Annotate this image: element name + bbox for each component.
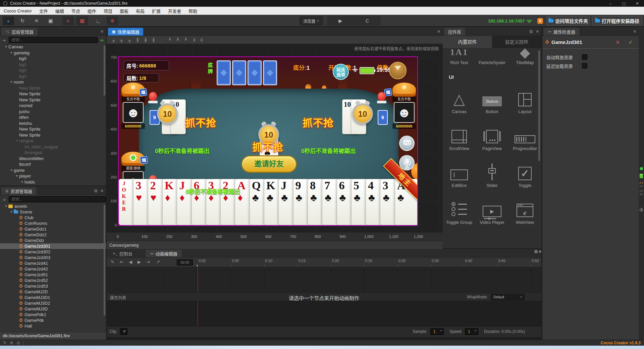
panel-menu-icon[interactable]: ≡ xyxy=(633,29,636,34)
tree-item-lbrangpai[interactable]: lbrangpai xyxy=(0,150,106,156)
playhead-marker[interactable]: ▼ xyxy=(196,264,199,267)
tree-item-gamejzd301[interactable]: GameJzd301 xyxy=(0,243,106,249)
target-icon[interactable] xyxy=(640,208,643,211)
edit-anim-icon[interactable]: ✎ xyxy=(111,259,114,264)
library-item-pageview[interactable]: PageView xyxy=(476,124,508,151)
tree-item-gamejzd303[interactable]: GameJzd303 xyxy=(0,255,106,260)
scale-tool-button[interactable]: ✕ xyxy=(31,16,42,25)
menu-item-4[interactable]: 组件 xyxy=(84,8,100,14)
tree-item-new-sprite[interactable]: New Sprite xyxy=(0,126,106,132)
assets-search-input[interactable] xyxy=(9,196,106,202)
library-item-richtext[interactable]: 1A1Rich Text xyxy=(443,48,476,65)
invite-friends-button[interactable]: 邀请好友 xyxy=(242,156,296,172)
menu-item-1[interactable]: 文件 xyxy=(36,8,52,14)
align-top-icon[interactable]: ╓ xyxy=(110,38,117,42)
scene-canvas[interactable]: 使用鼠标右键平移视窗焦点，使用滚轮缩放视图 700600500400300200… xyxy=(107,44,443,232)
export-anim-icon[interactable]: ↗ xyxy=(156,259,160,264)
tree-item-titleconfdifen[interactable]: titleconfdifen xyxy=(0,156,106,162)
menu-item-7[interactable]: 布局 xyxy=(132,8,148,14)
chat-button[interactable] xyxy=(399,136,415,151)
popout-icon[interactable]: ⧉ xyxy=(534,249,537,254)
tree-item-new-sprite[interactable]: New Sprite xyxy=(0,132,106,138)
tree-item-room[interactable]: ▼room xyxy=(0,79,106,85)
add-node-button[interactable]: + xyxy=(0,37,9,43)
tree-item-gamemj3d[interactable]: GameMJ3D xyxy=(0,306,106,312)
expand-arrow-icon[interactable]: ▼ xyxy=(10,169,14,172)
library-item-tiledmap[interactable]: ◆TiledMap xyxy=(508,48,541,65)
distribute-bottom-icon[interactable]: ╜ xyxy=(182,38,189,42)
player-avatar[interactable]: ☻ xyxy=(123,102,144,123)
menu-item-8[interactable]: 扩展 xyxy=(148,8,164,14)
tree-item-new-sprite[interactable]: New Sprite xyxy=(0,97,106,103)
assets-scrollbar[interactable] xyxy=(104,205,105,315)
tree-item-gamejzd52[interactable]: GameJzd52 xyxy=(0,278,106,283)
rotate-tool-button[interactable]: ↻ xyxy=(17,16,28,25)
game-scene-preview[interactable]: 房号:666888 局数:1/8 底牌 底分:1 开房倍数:1 倍数:1 玩法选… xyxy=(118,56,418,226)
expand-arrow-icon[interactable]: ▼ xyxy=(21,181,24,184)
speed-input[interactable]: 1 xyxy=(465,328,478,335)
tree-item-scene[interactable]: ▼Scene xyxy=(0,209,106,215)
globe-gizmo-button[interactable]: ⊕ xyxy=(107,16,118,25)
library-item-slider[interactable]: Slider xyxy=(476,161,508,188)
expand-arrow-icon[interactable]: ▼ xyxy=(15,174,19,178)
tree-item-bg0[interactable]: bg0 xyxy=(0,56,106,62)
tree-item-canvas[interactable]: ▼Canvas xyxy=(0,44,106,50)
minimize-button[interactable]: – xyxy=(604,1,617,6)
tree-item-jushu[interactable]: jushu xyxy=(0,109,106,115)
expand-arrow-icon[interactable]: ▼ xyxy=(10,51,14,54)
menu-item-2[interactable]: 编辑 xyxy=(52,8,68,14)
panel-menu-icon[interactable]: ≡ xyxy=(536,29,539,34)
tree-item-assets[interactable]: ▼assets xyxy=(0,203,106,209)
panel-menu-icon[interactable]: ≡ xyxy=(101,188,103,193)
popout-icon[interactable]: ⧉ xyxy=(530,29,533,34)
eye-icon[interactable]: ◎ xyxy=(17,341,20,345)
play-anim-icon[interactable]: ▶ xyxy=(138,259,141,264)
library-scrollbar[interactable] xyxy=(538,50,540,161)
expand-arrow-icon[interactable]: ▼ xyxy=(5,45,8,48)
tab-inspector[interactable]: ≔ 属性检查器 xyxy=(544,28,579,36)
tree-item-lbconf[interactable]: lbconf xyxy=(0,161,106,167)
tab-animation-editor[interactable]: ▭ 动画编辑器 xyxy=(146,250,182,257)
close-button[interactable]: ✕ xyxy=(631,1,644,6)
library-item-toggle[interactable]: ✓Toggle xyxy=(508,161,541,188)
tree-item-bg0[interactable]: bg0 xyxy=(0,73,106,80)
play-button[interactable]: ▶ xyxy=(327,16,354,26)
tree-item-gamejzd41[interactable]: GameJzd41 xyxy=(0,260,106,266)
collapse-hud-button[interactable] xyxy=(389,62,407,79)
menu-item-5[interactable]: 项目 xyxy=(100,8,116,14)
tree-item-gamepdk1[interactable]: GamePdk1 xyxy=(0,312,106,317)
library-item-webview[interactable]: eWebView xyxy=(508,198,541,225)
tree-item-gameddz[interactable]: GameDdz xyxy=(0,238,106,243)
tree-item-gameddz1[interactable]: GameDdz1 xyxy=(0,226,106,232)
tree-item-coinrooms[interactable]: CoinRooms xyxy=(0,220,106,226)
expand-arrow-icon[interactable]: ▼ xyxy=(10,81,14,84)
tab-assets[interactable]: ≣ 资源管理器 xyxy=(1,187,36,195)
database-icon[interactable]: ≣ xyxy=(10,341,13,345)
tab-console[interactable]: ⋗_ 控制台 xyxy=(108,250,137,257)
menu-item-3[interactable]: 节点 xyxy=(68,8,84,14)
tree-item-new-sprite[interactable]: New Sprite xyxy=(0,85,106,91)
library-item-togglegroup[interactable]: Toggle Group xyxy=(443,198,476,225)
distribute-top-icon[interactable]: ╙ xyxy=(166,38,173,42)
distribute-left-icon[interactable]: ╞ xyxy=(191,38,197,42)
refresh-status-icon[interactable]: ↻ xyxy=(3,341,6,345)
tree-item-beishu[interactable]: beishu xyxy=(0,120,106,127)
expand-arrow-icon[interactable]: ▼ xyxy=(15,139,19,142)
menu-item-0[interactable]: Cocos Creator xyxy=(0,8,36,13)
tree-item-gamejzd51[interactable]: GameJzd51 xyxy=(0,272,106,278)
library-item-editbox[interactable]: EditBox xyxy=(443,161,476,188)
library-item-progressbar[interactable]: ProgressBar xyxy=(508,124,541,151)
notification-badge[interactable]: 0 xyxy=(537,18,543,24)
tab-hierarchy[interactable]: ⌥ 层级管理器 xyxy=(1,28,38,36)
open-install-path-button[interactable]: 打开程序安装路径 xyxy=(592,16,642,26)
sample-input[interactable]: 1 xyxy=(430,328,444,335)
library-item-layout[interactable]: Layout xyxy=(508,88,541,114)
discard-changes-icon[interactable]: ✕ xyxy=(616,40,620,45)
first-frame-icon[interactable]: ⇤ xyxy=(120,259,124,264)
tab-custom-controls[interactable]: 自定义控件 xyxy=(492,36,541,48)
rect-tool-button[interactable]: ▣ xyxy=(45,16,56,25)
tree-item-gamemj2d[interactable]: GameMJ2D xyxy=(0,289,106,295)
panel-menu-icon[interactable]: ≡ xyxy=(437,29,440,34)
library-item-videoplayer[interactable]: ▶Video Player xyxy=(476,198,508,225)
grid-gizmo-button[interactable]: ▦ xyxy=(76,16,88,25)
